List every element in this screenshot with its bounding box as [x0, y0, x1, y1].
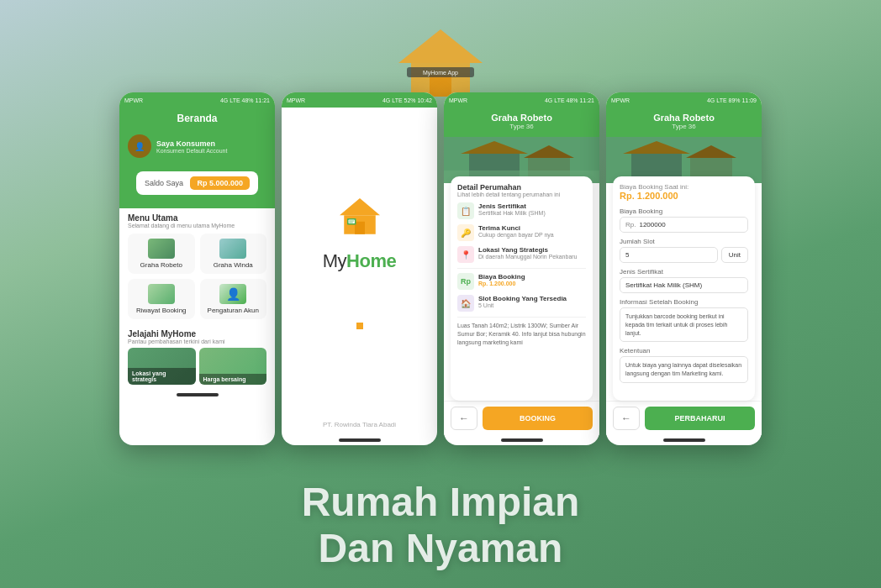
booking-house-type: Type 36	[615, 123, 753, 130]
company-name: PT. Rowinda Tiara Abadi	[323, 421, 396, 428]
detail-card-title: Detail Perumahan	[457, 183, 586, 192]
perbaharui-button[interactable]: PERBAHARUI	[645, 407, 755, 430]
svg-text:MyHome App: MyHome App	[423, 70, 458, 76]
form-sertifikat-label: Jenis Sertifikat	[620, 268, 748, 276]
booking-header: Graha Robeto Type 36	[606, 108, 762, 137]
menu-item-graha-robeto[interactable]: Graha Robeto	[128, 234, 195, 274]
brand-home: Home	[346, 250, 396, 271]
profile-section: 👤 Saya Konsumen Konsumen Default Account	[119, 128, 275, 165]
jelajahi-label-harga: Harga bersaing	[199, 374, 267, 385]
jelajahi-section: Jelajahi MyHome Pantau pembahasan terkin…	[119, 324, 275, 390]
form-sertifikat-input[interactable]: Sertifikat Hak Milik (SHM)	[620, 277, 748, 293]
detail-house-title: Graha Robeto	[452, 113, 591, 123]
form-ketentuan-box[interactable]: Untuk biaya yang lainnya dapat diselesai…	[620, 356, 748, 383]
detail-sertifikat: 📋 Jenis Sertifikat Sertifikat Hak Milik …	[457, 202, 586, 219]
status-right-4: 4G LTE 89% 11:09	[707, 97, 757, 103]
jelajahi-grid: Lokasi yang strategis Harga bersaing	[128, 348, 266, 385]
phone-booking: MPWR 4G LTE 89% 11:09 Graha Robeto Type …	[606, 92, 762, 445]
menu-title: Menu Utama	[128, 213, 266, 223]
slot-title: Slot Booking Yang Tersedia	[478, 295, 586, 302]
menu-sub: Selamat datang di menu utama MyHome	[128, 223, 266, 228]
menu-label-riwayat: Riwayat Booking	[136, 307, 187, 314]
sertifikat-sub: Sertifikat Hak Milik (SHM)	[478, 210, 586, 216]
detail-biaya: Rp Biaya Booking Rp. 1.200.000	[457, 273, 586, 290]
jelajahi-label-lokasi: Lokasi yang strategis	[128, 368, 196, 385]
form-biaya-group: Biaya Booking Rp. 1200000	[620, 207, 748, 233]
lokasi-title: Lokasi Yang Strategis	[478, 246, 586, 254]
menu-label-pengaturan: Pengaturan Akun	[208, 307, 259, 314]
jelajahi-title: Jelajahi MyHome	[128, 329, 266, 339]
status-left-4: MPWR	[611, 97, 630, 103]
splash-content: MyHome	[282, 108, 437, 414]
status-left-3: MPWR	[449, 97, 467, 103]
status-bar-1: MPWR 4G LTE 48% 11:21	[119, 92, 275, 108]
back-button-3[interactable]: ←	[451, 407, 477, 430]
lokasi-text: Lokasi Yang Strategis Di daerah Manuggal…	[478, 246, 586, 260]
detail-card: Detail Perumahan Lihat lebih detail tent…	[451, 176, 593, 401]
kunci-text: Terima Kunci Cukup dengan bayar DP nya	[478, 224, 586, 238]
phones-container: MPWR 4G LTE 48% 11:21 Beranda 👤 Saya Kon…	[119, 92, 762, 445]
detail-slot: 🏠 Slot Booking Yang Tersedia 5 Unit	[457, 295, 586, 312]
status-bar-2: MPWR 4G LTE 52% 10:42	[282, 92, 437, 108]
status-right-2: 4G LTE 52% 10:42	[382, 97, 432, 103]
menu-section: Menu Utama Selamat datang di menu utama …	[119, 208, 275, 324]
svg-rect-10	[349, 220, 354, 221]
menu-label-graha-winda: Graha Winda	[214, 261, 253, 269]
home-indicator-2	[339, 438, 381, 442]
kunci-sub: Cukup dengan bayar DP nya	[478, 232, 586, 238]
svg-marker-0	[398, 29, 483, 63]
biaya-text: Biaya Booking Rp. 1.200.000	[478, 273, 586, 286]
detail-lokasi: 📍 Lokasi Yang Strategis Di daerah Manugg…	[457, 246, 586, 263]
sertifikat-icon: 📋	[457, 202, 474, 219]
menu-grid: Graha Robeto Graha Winda Riwayat Booking…	[128, 234, 266, 319]
booking-bottom-bar: ← PERBAHARUI	[606, 401, 762, 435]
jelajahi-item-harga[interactable]: Harga bersaing	[199, 348, 267, 385]
menu-icon-pengaturan: 👤	[219, 284, 246, 304]
saldo-wrapper: Saldo Saya Rp 5.000.000	[119, 165, 275, 208]
phone-beranda: MPWR 4G LTE 48% 11:21 Beranda 👤 Saya Kon…	[119, 92, 275, 445]
splash-footer: PT. Rowinda Tiara Abadi	[282, 414, 437, 435]
detail-card-sub: Lihat lebih detail tentang perumahan ini	[457, 192, 586, 197]
slot-text: Slot Booking Yang Tersedia 5 Unit	[478, 295, 586, 308]
detail-house-type: Type 36	[452, 123, 591, 130]
menu-icon-graha-robeto	[148, 239, 175, 259]
form-info-group: Informasi Setelah Booking Tunjukkan barc…	[620, 298, 748, 342]
svg-rect-9	[348, 219, 355, 223]
biaya-prefix: Rp.	[625, 221, 636, 228]
profile-sub: Konsumen Default Account	[156, 148, 227, 154]
menu-item-riwayat[interactable]: Riwayat Booking	[128, 279, 195, 319]
status-right-3: 4G LTE 48% 11:21	[545, 97, 594, 103]
saldo-box: Saldo Saya Rp 5.000.000	[136, 171, 258, 195]
booking-price-label: Biaya Booking Saat ini:	[620, 183, 748, 191]
svg-marker-5	[340, 198, 380, 215]
home-indicator-3	[501, 438, 543, 442]
jelajahi-item-lokasi[interactable]: Lokasi yang strategis	[128, 348, 196, 385]
slot-sub: 5 Unit	[478, 302, 586, 308]
biaya-value: 1200000	[639, 221, 665, 228]
slot-unit: Unit	[721, 247, 748, 263]
home-indicator-4	[663, 438, 705, 442]
lokasi-sub: Di daerah Manuggal Norin Pekanbaru	[478, 254, 586, 260]
detail-header: Graha Robeto Type 36	[444, 108, 599, 137]
avatar: 👤	[128, 134, 151, 158]
menu-item-graha-winda[interactable]: Graha Winda	[200, 234, 267, 274]
detail-divider	[457, 268, 586, 269]
menu-label-graha-robeto: Graha Robeto	[140, 261, 182, 269]
detail-description: Luas Tanah 140m2; Listrik 1300W; Sumber …	[457, 322, 586, 346]
form-info-box[interactable]: Tunjukkan barcode booking berikut ini ke…	[620, 307, 748, 342]
profile-text: Saya Konsumen Konsumen Default Account	[156, 139, 227, 154]
phone-detail: MPWR 4G LTE 48% 11:21 Graha Robeto Type …	[444, 92, 599, 445]
beranda-header: Beranda	[119, 108, 275, 128]
menu-icon-riwayat	[148, 284, 175, 304]
slot-input[interactable]: 5	[620, 247, 718, 263]
lokasi-icon: 📍	[457, 246, 474, 263]
status-left-1: MPWR	[124, 97, 143, 103]
brand-my: My	[323, 250, 346, 271]
booking-button[interactable]: BOOKING	[483, 407, 593, 430]
back-button-4[interactable]: ←	[613, 407, 640, 430]
menu-item-pengaturan[interactable]: 👤 Pengaturan Akun	[200, 279, 267, 319]
form-sertifikat-group: Jenis Sertifikat Sertifikat Hak Milik (S…	[620, 268, 748, 293]
form-biaya-input[interactable]: Rp. 1200000	[620, 217, 748, 233]
myhome-brand: MyHome	[323, 250, 396, 272]
saldo-amount: Rp 5.000.000	[190, 176, 250, 190]
